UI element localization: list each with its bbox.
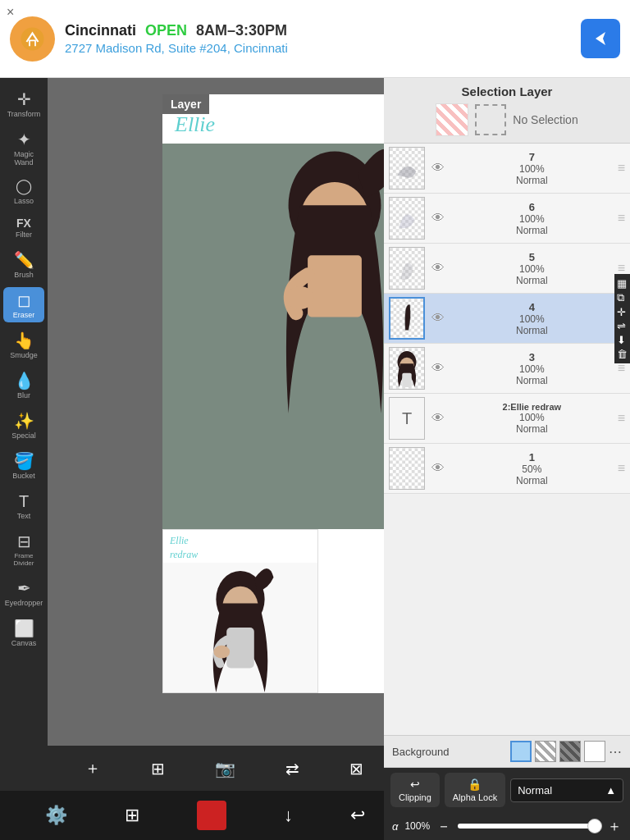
layer-row-4[interactable]: 👁 4 100% Normal ≡ ▦ ⧉ ✛ ⇌ ⬇ 🗑 <box>384 294 630 344</box>
layer-eye-3[interactable]: 👁 <box>431 361 445 376</box>
tool-lasso[interactable]: ◯ Lasso <box>3 175 44 208</box>
tool-bucket[interactable]: 🪣 Bucket <box>3 448 44 483</box>
layer-row-7[interactable]: 👁 7 100% Normal ≡ <box>384 144 630 194</box>
left-toolbar: ✛ Transform ✦ Magic Wand ◯ Lasso FX Filt… <box>0 78 48 791</box>
layer-info-4: 4 100% Normal <box>448 301 616 336</box>
frame-divider-label: Frame Divider <box>8 552 39 567</box>
svg-rect-41 <box>390 448 424 489</box>
tool-transform[interactable]: ✛ Transform <box>3 86 44 121</box>
tool-magic-wand[interactable]: ✦ Magic Wand <box>3 126 44 170</box>
layer-eye-6[interactable]: 👁 <box>431 211 445 226</box>
settings-btn[interactable]: ⚙️ <box>45 805 67 826</box>
svg-rect-36 <box>402 373 411 387</box>
layer-panel: Selection Layer No Selection <box>384 78 630 840</box>
selection-preview-checkered <box>436 103 468 136</box>
undo-btn[interactable]: ↩ <box>350 805 365 826</box>
eraser-label: Eraser <box>13 311 35 319</box>
background-more-btn[interactable]: ⋯ <box>609 744 622 760</box>
alpha-slider[interactable] <box>458 824 600 829</box>
thumbnail-card: Ellie redraw <box>162 529 318 693</box>
layer-eye-2[interactable]: 👁 <box>431 411 445 426</box>
special-label: Special <box>11 431 36 440</box>
duplicate-btn[interactable]: ⊞ <box>151 759 165 778</box>
alpha-lock-icon: 🔒 <box>468 778 482 791</box>
layer-row-2[interactable]: T 👁 2:Ellie redraw 100% Normal ≡ <box>384 394 630 444</box>
selection-dashed-box <box>475 104 506 135</box>
tool-eyedropper[interactable]: ✒ Eyedropper <box>3 575 44 610</box>
active-layer-side-icons: ▦ ⧉ ✛ ⇌ ⬇ 🗑 <box>614 274 630 363</box>
tool-smudge[interactable]: 👆 Smudge <box>3 327 44 363</box>
camera-btn[interactable]: 📷 <box>215 759 235 778</box>
tool-special[interactable]: ✨ Special <box>3 408 44 443</box>
layer-icon-2[interactable]: ⧉ <box>617 291 628 304</box>
layer-row-3[interactable]: 👁 3 100% Normal ≡ <box>384 344 630 394</box>
layer-info-6: 6 100% Normal <box>448 201 616 236</box>
layer-thumb-3 <box>389 347 425 390</box>
background-row: Background ⋯ <box>384 735 630 768</box>
flip-layer-icon[interactable]: ⇌ <box>617 320 628 332</box>
svg-rect-3 <box>308 255 362 317</box>
text-label: Text <box>17 512 31 520</box>
lasso-icon: ◯ <box>16 178 32 196</box>
tool-text[interactable]: T Text <box>3 488 44 523</box>
tool-brush[interactable]: ✏️ Brush <box>3 247 44 282</box>
notification-address: 2727 Madison Rd, Suite #204, Cincinnati <box>65 41 581 55</box>
flip-btn[interactable]: ⇄ <box>285 759 299 778</box>
layer-eye-7[interactable]: 👁 <box>431 161 445 176</box>
checkerboard-icon[interactable]: ▦ <box>617 277 628 290</box>
layer-thumb-4 <box>389 297 425 340</box>
close-notification[interactable]: × <box>7 5 14 20</box>
swatch-blue[interactable] <box>510 741 532 762</box>
layer-eye-5[interactable]: 👁 <box>431 261 445 276</box>
smudge-icon: 👆 <box>14 331 34 350</box>
layer-handle-3[interactable]: ≡ <box>618 361 625 376</box>
tool-canvas[interactable]: ⬜ Canvas <box>3 615 44 651</box>
blend-mode-selector[interactable]: Normal ▲ <box>510 778 623 802</box>
layer-info-5: 5 100% Normal <box>448 251 616 286</box>
layer-row-1[interactable]: 👁 1 50% Normal ≡ <box>384 444 630 494</box>
layer-handle-2[interactable]: ≡ <box>618 411 625 426</box>
thumbnail-art <box>163 563 317 692</box>
alpha-plus-btn[interactable]: ＋ <box>607 816 622 836</box>
blur-icon: 💧 <box>14 371 34 390</box>
navigation-icon[interactable] <box>581 19 620 58</box>
lasso-label: Lasso <box>14 197 34 205</box>
clipping-label: Clipping <box>399 792 431 802</box>
tool-frame-divider[interactable]: ⊟ Frame Divider <box>3 528 44 570</box>
tool-filter[interactable]: FX Filter <box>3 213 44 243</box>
clipping-btn[interactable]: ↩ Clipping <box>390 773 440 807</box>
swatch-checkered[interactable] <box>535 741 556 762</box>
layer-thumb-1 <box>389 447 425 490</box>
layer-eye-4[interactable]: 👁 <box>431 311 445 326</box>
layer-row-6[interactable]: 👁 6 100% Normal ≡ <box>384 194 630 244</box>
move-icon[interactable]: ✛ <box>617 306 628 318</box>
collapse-btn[interactable]: ⊠ <box>349 759 363 778</box>
swatch-white[interactable] <box>584 741 605 762</box>
download-layer-icon[interactable]: ⬇ <box>617 334 628 346</box>
layer-eye-1[interactable]: 👁 <box>431 461 445 476</box>
alpha-minus-btn[interactable]: － <box>436 816 451 836</box>
eyedropper-icon: ✒ <box>17 578 31 598</box>
transform-icon: ✛ <box>17 89 31 109</box>
add-layer-btn[interactable]: ＋ <box>84 757 101 779</box>
layer-handle-6[interactable]: ≡ <box>618 211 625 226</box>
eyedropper-label: Eyedropper <box>5 599 43 607</box>
alpha-lock-btn[interactable]: 🔒 Alpha Lock <box>445 773 505 807</box>
gallery-btn[interactable]: ⊞ <box>125 805 139 826</box>
layer-info-2: 2:Ellie redraw 100% Normal <box>448 402 616 435</box>
delete-layer-icon[interactable]: 🗑 <box>617 348 628 360</box>
layer-info-1: 1 50% Normal <box>448 451 616 486</box>
layer-handle-1[interactable]: ≡ <box>618 461 625 476</box>
business-icon <box>10 16 55 62</box>
tool-blur[interactable]: 💧 Blur <box>3 368 44 403</box>
swatch-dark-checkered[interactable] <box>559 741 581 762</box>
tool-eraser[interactable]: ◻ Eraser <box>3 287 44 322</box>
active-color-swatch[interactable] <box>197 801 226 830</box>
layer-thumb-2: T <box>389 397 425 440</box>
down-arrow-btn[interactable]: ↓ <box>284 805 293 826</box>
alpha-bar: α 100% － ＋ <box>384 812 630 840</box>
background-label: Background <box>392 746 510 758</box>
layer-handle-7[interactable]: ≡ <box>618 161 625 176</box>
alpha-lock-label: Alpha Lock <box>453 792 497 802</box>
layer-row-5[interactable]: 👁 5 100% Normal ≡ <box>384 244 630 294</box>
